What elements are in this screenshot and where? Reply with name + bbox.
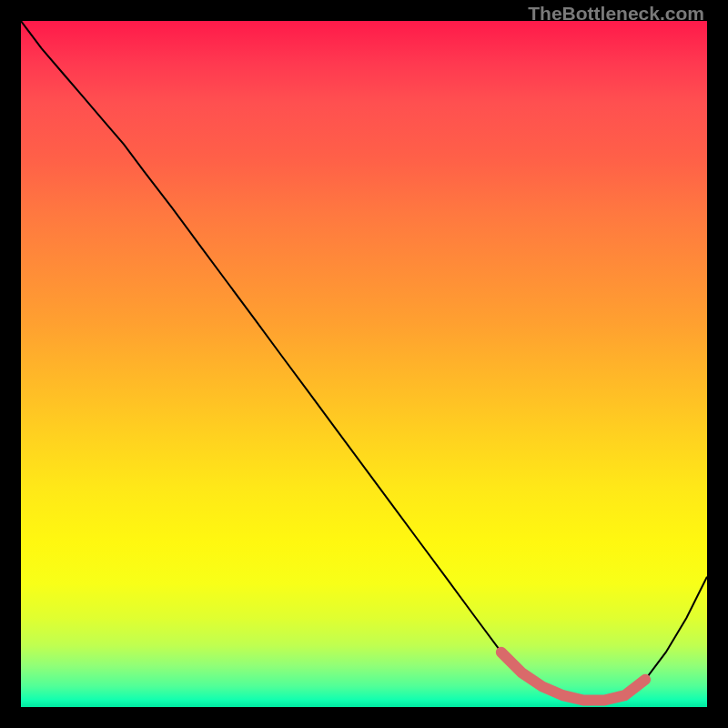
chart-container: TheBottleneck.com bbox=[0, 0, 728, 728]
plot-area bbox=[21, 21, 707, 707]
gradient-background bbox=[21, 21, 707, 707]
attribution-text: TheBottleneck.com bbox=[528, 3, 704, 25]
